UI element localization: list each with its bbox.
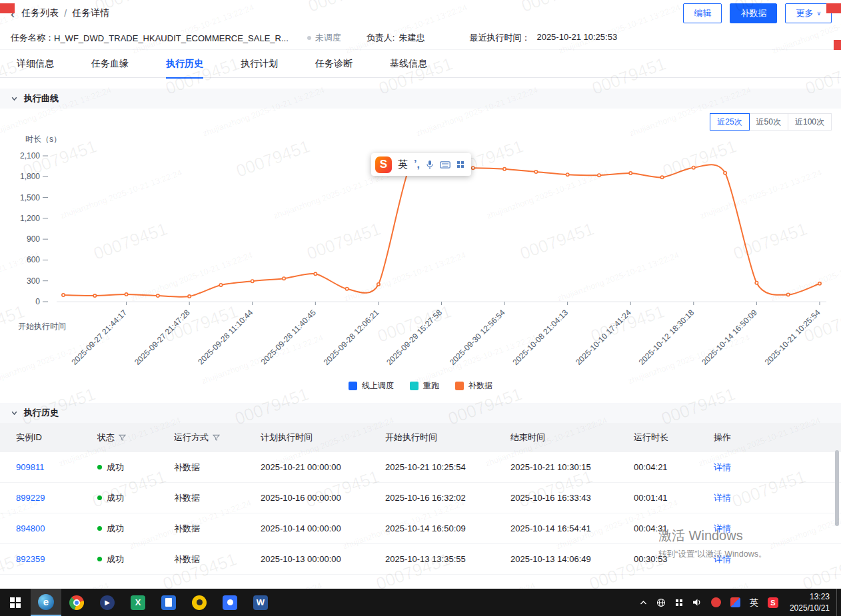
sogou-logo-icon[interactable]: S: [375, 156, 392, 173]
legend-item-补数据[interactable]: 补数据: [455, 380, 492, 392]
tray-language-indicator[interactable]: 英: [745, 589, 763, 616]
svg-text:2025-09-28 12:06:21: 2025-09-28 12:06:21: [322, 308, 381, 367]
tray-app-red-blue-icon[interactable]: [726, 589, 745, 616]
taskbar-app-chrome[interactable]: [61, 589, 92, 616]
word-icon: W: [253, 595, 268, 610]
range-button-近100次[interactable]: 近100次: [788, 113, 832, 131]
start-button[interactable]: [0, 589, 31, 616]
chevron-down-icon: [11, 410, 18, 417]
taskbar-app-excel[interactable]: X: [123, 589, 153, 616]
tab-基线信息[interactable]: 基线信息: [390, 50, 427, 78]
svg-text:1,800: 1,800: [20, 172, 40, 181]
taskbar-app-blue[interactable]: [215, 589, 245, 616]
col-run-mode: 运行方式: [174, 432, 261, 444]
tab-详细信息[interactable]: 详细信息: [17, 50, 54, 78]
svg-text:1,200: 1,200: [20, 214, 40, 223]
taskbar-app-yellow[interactable]: [184, 589, 215, 616]
taskbar-app-word[interactable]: W: [245, 589, 276, 616]
instance-id-link[interactable]: 894800: [16, 523, 45, 533]
tab-执行计划[interactable]: 执行计划: [241, 50, 278, 78]
legend-label: 补数据: [468, 380, 492, 392]
toolbox-grid-icon[interactable]: [456, 160, 464, 168]
success-dot-icon: [97, 495, 102, 500]
curve-section-title: 执行曲线: [24, 93, 59, 105]
svg-text:2025-09-29 15:27:58: 2025-09-29 15:27:58: [385, 308, 444, 367]
table-row: 899229成功补数据2025-10-16 00:00:002025-10-16…: [0, 483, 841, 513]
end-time: 2025-10-21 10:30:15: [510, 462, 591, 472]
taskbar-clock[interactable]: 13:23 2025/10/21: [783, 589, 836, 616]
edge-icon: e: [38, 594, 54, 610]
more-button[interactable]: 更多 ∨: [785, 3, 832, 23]
instance-id-link[interactable]: 899229: [16, 493, 45, 503]
detail-link[interactable]: 详情: [714, 492, 731, 504]
edit-button[interactable]: 编辑: [683, 3, 722, 23]
run-mode-filter-icon[interactable]: [213, 434, 220, 442]
windows-activation-watermark: 激活 Windows 转到“设置”以激活 Windows。: [658, 527, 767, 560]
tab-bar: 详细信息任务血缘执行历史执行计划任务诊断基线信息: [0, 50, 841, 78]
activation-subtitle: 转到“设置”以激活 Windows。: [658, 549, 767, 560]
tab-任务血缘[interactable]: 任务血缘: [91, 50, 129, 78]
duration: 00:01:41: [634, 493, 668, 503]
start-time: 2025-10-16 16:32:02: [385, 493, 466, 503]
history-section-header[interactable]: 执行历史: [0, 403, 841, 423]
svg-text:0: 0: [35, 297, 40, 306]
tray-grid-icon[interactable]: [670, 589, 688, 616]
x-axis-title: 开始执行时间: [18, 321, 66, 332]
chevron-down-icon: [11, 95, 18, 103]
status-text: 成功: [107, 462, 124, 473]
status-text: 成功: [107, 553, 124, 565]
backfill-button[interactable]: 补数据: [730, 3, 777, 23]
tray-volume-icon[interactable]: [688, 589, 706, 616]
col-instance-id: 实例ID: [0, 432, 97, 444]
red-stamp: [826, 3, 841, 13]
microphone-icon[interactable]: [426, 160, 434, 170]
planned-time: 2025-10-14 00:00:00: [261, 523, 341, 533]
col-start-time: 开始执行时间: [385, 432, 510, 444]
last-exec-field: 最近执行时间： 2025-10-21 10:25:53: [469, 32, 617, 44]
red-stamp: [834, 40, 841, 50]
windows-taskbar: e ▶ X W: [0, 589, 841, 616]
taskbar-app-blue-doc[interactable]: [153, 589, 184, 616]
table-scrollbar-thumb[interactable]: [835, 450, 839, 526]
col-status: 状态: [97, 432, 174, 444]
legend-swatch-icon: [349, 382, 357, 390]
curve-section-header[interactable]: 执行曲线: [0, 89, 841, 109]
range-button-近50次[interactable]: 近50次: [749, 113, 788, 131]
sogou-ime-popup: S 英 ’,: [371, 153, 471, 176]
taskbar-tray: 英 S 13:23 2025/10/21: [635, 589, 841, 616]
col-actions: 操作: [714, 432, 841, 444]
detail-link[interactable]: 详情: [714, 462, 731, 473]
task-info-row: 任务名称： H_WF_DWD_TRADE_HKAUDIT_ECOMMERCE_S…: [0, 27, 841, 50]
more-button-label: 更多: [796, 7, 813, 19]
keyboard-icon[interactable]: [440, 161, 450, 168]
tray-network-icon[interactable]: [652, 589, 670, 616]
yellow-app-icon: [192, 595, 207, 610]
legend-item-线上调度[interactable]: 线上调度: [349, 380, 394, 392]
legend-swatch-icon: [410, 382, 419, 390]
tab-任务诊断[interactable]: 任务诊断: [315, 50, 353, 78]
svg-text:2,100: 2,100: [20, 151, 40, 160]
ime-symbols-icon[interactable]: ’,: [414, 158, 420, 170]
status-filter-icon[interactable]: [119, 434, 126, 442]
table-scrollbar-track[interactable]: [834, 426, 840, 585]
instance-id-link[interactable]: 909811: [16, 462, 44, 472]
show-desktop-strip[interactable]: [836, 589, 841, 616]
end-time: 2025-10-16 16:33:43: [510, 493, 591, 503]
tray-app-red-icon[interactable]: [706, 589, 726, 616]
svg-text:300: 300: [27, 276, 40, 286]
tray-sogou-icon[interactable]: S: [763, 589, 783, 616]
task-name: H_WF_DWD_TRADE_HKAUDIT_ECOMMERCE_SALE_R.…: [54, 33, 289, 43]
legend-item-重跑[interactable]: 重跑: [410, 380, 439, 392]
taskbar-app-media-player[interactable]: ▶: [92, 589, 123, 616]
breadcrumb-task-list[interactable]: 任务列表: [21, 7, 59, 19]
range-button-近25次[interactable]: 近25次: [710, 113, 749, 131]
success-dot-icon: [97, 526, 102, 531]
instance-id-link[interactable]: 892359: [16, 554, 45, 564]
tab-执行历史[interactable]: 执行历史: [166, 50, 203, 78]
table-row: 909811成功补数据2025-10-21 00:00:002025-10-21…: [0, 452, 841, 483]
ime-language-indicator[interactable]: 英: [398, 158, 408, 171]
taskbar-app-edge[interactable]: e: [31, 589, 61, 616]
svg-text:2025-09-27 21:47:28: 2025-09-27 21:47:28: [133, 308, 192, 367]
tray-expand-chevron[interactable]: [635, 589, 652, 616]
svg-text:2025-09-30 12:56:54: 2025-09-30 12:56:54: [448, 308, 507, 367]
